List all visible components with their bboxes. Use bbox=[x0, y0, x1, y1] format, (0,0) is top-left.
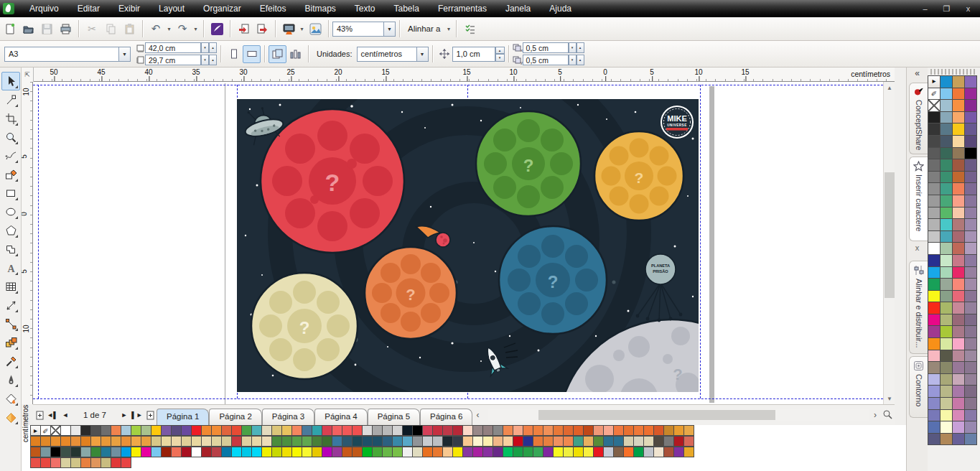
horizontal-scrollbar[interactable] bbox=[488, 409, 869, 421]
color-swatch[interactable] bbox=[553, 436, 564, 447]
color-swatch[interactable] bbox=[964, 182, 977, 195]
add-page-start-icon[interactable] bbox=[33, 408, 46, 422]
color-swatch[interactable] bbox=[940, 147, 953, 160]
color-swatch[interactable] bbox=[322, 447, 332, 457]
color-swatch[interactable] bbox=[503, 425, 513, 436]
dimension-tool-icon[interactable] bbox=[1, 296, 20, 314]
color-swatch[interactable] bbox=[362, 425, 373, 436]
color-swatch[interactable] bbox=[952, 147, 965, 160]
interactive-fill-tool-icon[interactable] bbox=[1, 408, 20, 426]
last-page-icon[interactable]: ▌► bbox=[131, 408, 144, 422]
color-swatch[interactable] bbox=[940, 337, 953, 350]
color-swatch[interactable] bbox=[121, 436, 131, 447]
color-swatch[interactable] bbox=[940, 397, 953, 410]
current-page-button[interactable] bbox=[286, 45, 304, 63]
color-swatch[interactable] bbox=[472, 436, 483, 447]
options-icon[interactable] bbox=[460, 19, 479, 38]
color-swatch[interactable] bbox=[191, 425, 202, 436]
color-swatch[interactable] bbox=[952, 75, 965, 88]
color-swatch[interactable] bbox=[111, 457, 121, 468]
export-icon[interactable] bbox=[253, 19, 271, 38]
color-swatch[interactable] bbox=[442, 436, 453, 447]
color-swatch[interactable] bbox=[191, 447, 202, 457]
color-swatch[interactable] bbox=[663, 436, 674, 447]
color-swatch[interactable] bbox=[603, 425, 614, 436]
color-swatch[interactable] bbox=[643, 436, 654, 447]
color-swatch[interactable] bbox=[964, 123, 977, 136]
color-swatch[interactable] bbox=[683, 436, 694, 447]
color-swatch[interactable] bbox=[171, 425, 182, 436]
docker-tab-conceptshare[interactable]: ConceptShare bbox=[909, 83, 928, 154]
color-swatch[interactable] bbox=[663, 447, 674, 457]
page-height-field[interactable]: 29,7 cm bbox=[145, 55, 201, 65]
units-combo[interactable]: centímetros bbox=[357, 47, 417, 62]
color-swatch[interactable] bbox=[928, 171, 941, 184]
color-swatch[interactable] bbox=[940, 88, 953, 101]
color-swatch[interactable] bbox=[563, 425, 574, 436]
color-swatch[interactable] bbox=[422, 436, 433, 447]
color-swatch[interactable] bbox=[593, 425, 604, 436]
color-swatch[interactable] bbox=[352, 436, 363, 447]
table-tool-icon[interactable] bbox=[1, 277, 20, 296]
color-swatch[interactable] bbox=[503, 436, 513, 447]
page-width-field[interactable]: 42,0 cm bbox=[145, 42, 201, 53]
color-swatch[interactable] bbox=[633, 425, 644, 436]
color-swatch[interactable] bbox=[952, 337, 965, 350]
color-swatch[interactable] bbox=[181, 436, 192, 447]
minimize-button[interactable]: – bbox=[915, 2, 935, 15]
horizontal-scroll-thumb[interactable] bbox=[538, 410, 775, 420]
color-swatch[interactable] bbox=[643, 425, 654, 436]
cut-icon[interactable]: ✂ bbox=[83, 19, 101, 38]
color-swatch[interactable] bbox=[101, 425, 111, 436]
color-swatch[interactable] bbox=[241, 447, 252, 457]
color-swatch[interactable] bbox=[952, 88, 965, 101]
color-swatch[interactable] bbox=[402, 447, 413, 457]
color-swatch[interactable] bbox=[583, 447, 594, 457]
color-swatch[interactable] bbox=[70, 425, 81, 436]
color-swatch[interactable] bbox=[964, 99, 977, 112]
color-swatch[interactable] bbox=[332, 425, 342, 436]
duplicate-y-spinner[interactable]: ▾▴ bbox=[569, 55, 584, 65]
color-swatch[interactable] bbox=[940, 111, 953, 124]
color-swatch[interactable] bbox=[302, 447, 312, 457]
color-swatch[interactable] bbox=[231, 425, 242, 436]
color-swatch[interactable] bbox=[291, 436, 302, 447]
color-swatch[interactable] bbox=[70, 457, 81, 468]
color-swatch[interactable] bbox=[121, 457, 131, 468]
color-swatch[interactable] bbox=[952, 254, 965, 267]
page-height-spinner[interactable]: ▾▴ bbox=[201, 55, 217, 65]
color-swatch[interactable] bbox=[940, 350, 953, 363]
color-swatch[interactable] bbox=[952, 397, 965, 410]
color-swatch[interactable] bbox=[211, 436, 222, 447]
color-swatch[interactable] bbox=[673, 425, 684, 436]
undo-dropdown-icon[interactable]: ▾ bbox=[165, 19, 173, 38]
color-swatch[interactable] bbox=[928, 409, 941, 422]
blend-tool-icon[interactable] bbox=[1, 333, 20, 352]
color-swatch[interactable] bbox=[928, 123, 941, 136]
color-swatch[interactable] bbox=[940, 302, 953, 314]
color-swatch[interactable] bbox=[952, 99, 965, 112]
undo-icon[interactable]: ↶ bbox=[146, 19, 165, 38]
color-swatch[interactable] bbox=[928, 433, 941, 446]
color-swatch[interactable] bbox=[462, 447, 473, 457]
color-swatch[interactable] bbox=[392, 425, 403, 436]
color-swatch[interactable] bbox=[523, 447, 533, 457]
color-swatch[interactable] bbox=[940, 171, 953, 184]
color-swatch[interactable] bbox=[940, 218, 953, 231]
color-swatch[interactable] bbox=[928, 361, 941, 374]
page-tab-5[interactable]: Página 5 bbox=[368, 409, 420, 425]
color-swatch[interactable] bbox=[231, 436, 242, 447]
planet-yellow[interactable]: ? bbox=[594, 131, 683, 220]
rectangle-tool-icon[interactable] bbox=[1, 184, 20, 202]
color-swatch[interactable] bbox=[131, 447, 141, 457]
color-swatch[interactable] bbox=[312, 436, 322, 447]
color-swatch[interactable] bbox=[928, 218, 941, 231]
color-swatch[interactable] bbox=[964, 337, 977, 350]
color-swatch[interactable] bbox=[964, 147, 977, 160]
color-swatch[interactable] bbox=[422, 447, 433, 457]
color-swatch[interactable] bbox=[593, 447, 604, 457]
docker-tab-align-distribute[interactable]: Alinhar e distribuir... bbox=[909, 261, 928, 354]
color-swatch[interactable] bbox=[50, 436, 61, 447]
color-swatch[interactable] bbox=[131, 436, 141, 447]
color-swatch[interactable] bbox=[553, 447, 564, 457]
